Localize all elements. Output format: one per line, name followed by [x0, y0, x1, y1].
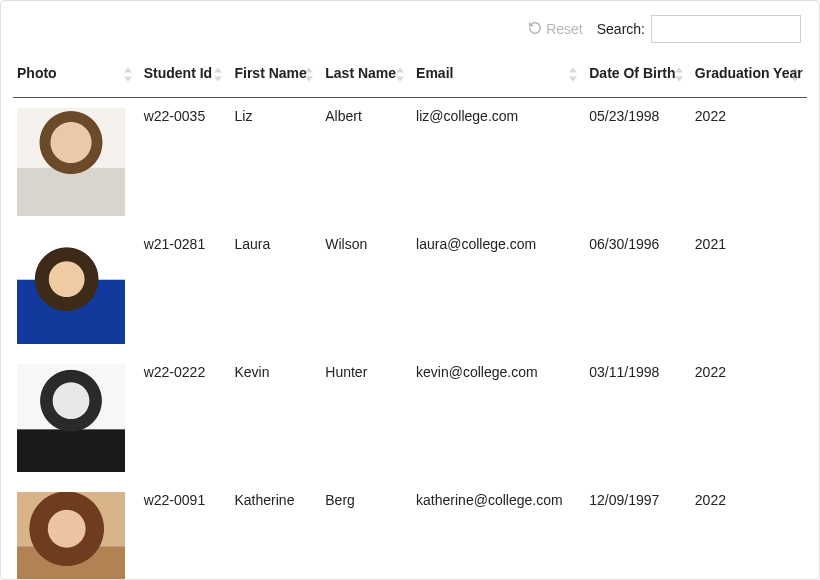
sort-icon	[675, 68, 685, 82]
col-header-email[interactable]: Email	[412, 55, 585, 98]
cell-grad: 2022	[691, 354, 807, 482]
cell-dob: 12/09/1997	[585, 482, 691, 580]
cell-email: laura@college.com	[412, 226, 585, 354]
col-header-first-name[interactable]: First Name	[230, 55, 321, 98]
students-table-panel: Reset Search: Photo Student Id First Nam…	[0, 0, 820, 580]
cell-first-name: Laura	[230, 226, 321, 354]
cell-student-id: w22-0035	[140, 98, 231, 227]
table-header-row: Photo Student Id First Name Last Name Em…	[13, 55, 807, 98]
col-header-photo[interactable]: Photo	[13, 55, 140, 98]
col-header-grad-year[interactable]: Graduation Year	[691, 55, 807, 98]
table-toolbar: Reset Search:	[13, 15, 807, 43]
col-header-last-name[interactable]: Last Name	[321, 55, 412, 98]
cell-email: liz@college.com	[412, 98, 585, 227]
col-header-label: Student Id	[144, 65, 212, 81]
col-header-student-id[interactable]: Student Id	[140, 55, 231, 98]
reset-label: Reset	[546, 21, 583, 37]
col-header-dob[interactable]: Date Of Birth	[585, 55, 691, 98]
cell-email: kevin@college.com	[412, 354, 585, 482]
cell-dob: 03/11/1998	[585, 354, 691, 482]
sort-icon	[396, 68, 406, 82]
cell-student-id: w22-0222	[140, 354, 231, 482]
cell-last-name: Hunter	[321, 354, 412, 482]
cell-first-name: Kevin	[230, 354, 321, 482]
student-photo	[17, 108, 125, 216]
col-header-label: Photo	[17, 65, 57, 81]
cell-first-name: Liz	[230, 98, 321, 227]
student-photo	[17, 364, 125, 472]
col-header-label: Last Name	[325, 65, 396, 81]
sort-icon	[791, 68, 801, 82]
reset-button[interactable]: Reset	[528, 21, 583, 38]
cell-grad: 2021	[691, 226, 807, 354]
cell-dob: 06/30/1996	[585, 226, 691, 354]
table-row: w22-0091 Katherine Berg katherine@colleg…	[13, 482, 807, 580]
sort-icon	[305, 68, 315, 82]
sort-icon	[569, 68, 579, 82]
table-row: w22-0035 Liz Albert liz@college.com 05/2…	[13, 98, 807, 227]
table-row: w22-0222 Kevin Hunter kevin@college.com …	[13, 354, 807, 482]
sort-icon	[214, 68, 224, 82]
students-table: Photo Student Id First Name Last Name Em…	[13, 55, 807, 580]
search-label: Search:	[597, 21, 645, 37]
cell-last-name: Wilson	[321, 226, 412, 354]
col-header-label: Graduation Year	[695, 65, 803, 81]
student-photo	[17, 236, 125, 344]
sort-icon	[124, 68, 134, 82]
cell-grad: 2022	[691, 98, 807, 227]
cell-student-id: w21-0281	[140, 226, 231, 354]
cell-email: katherine@college.com	[412, 482, 585, 580]
cell-first-name: Katherine	[230, 482, 321, 580]
search-group: Search:	[597, 15, 801, 43]
cell-grad: 2022	[691, 482, 807, 580]
cell-last-name: Berg	[321, 482, 412, 580]
search-input[interactable]	[651, 15, 801, 43]
table-row: w21-0281 Laura Wilson laura@college.com …	[13, 226, 807, 354]
cell-student-id: w22-0091	[140, 482, 231, 580]
cell-last-name: Albert	[321, 98, 412, 227]
col-header-label: First Name	[234, 65, 306, 81]
cell-dob: 05/23/1998	[585, 98, 691, 227]
col-header-label: Date Of Birth	[589, 65, 675, 81]
undo-icon	[528, 21, 542, 38]
col-header-label: Email	[416, 65, 453, 81]
student-photo	[17, 492, 125, 580]
